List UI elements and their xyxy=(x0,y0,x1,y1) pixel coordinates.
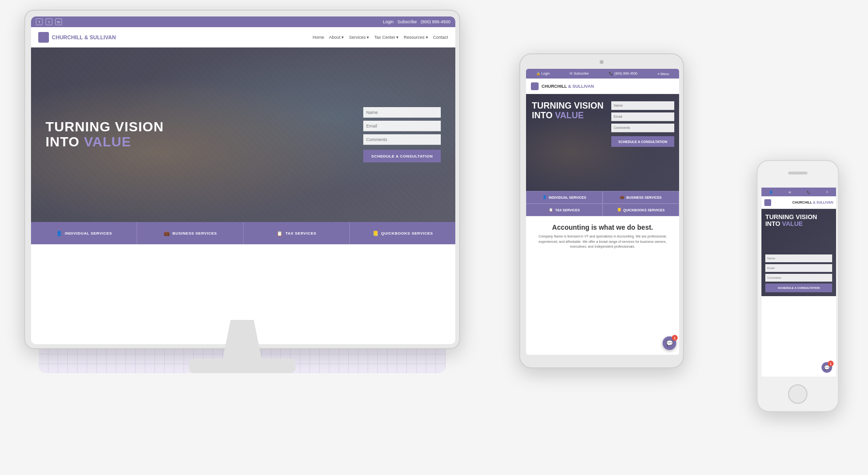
tablet-tax-icon: 📋 xyxy=(549,208,553,212)
tablet-tax-services[interactable]: 📋 TAX SERVICES xyxy=(526,204,603,216)
site-logo[interactable]: CHURCHILL & SULLIVAN xyxy=(38,32,116,43)
phone-form-email[interactable] xyxy=(765,264,832,272)
nav-home[interactable]: Home xyxy=(312,35,324,40)
tablet-login[interactable]: 🔒 Login xyxy=(536,72,550,76)
form-comments-input[interactable] xyxy=(363,134,441,145)
quickbooks-services-item[interactable]: 📒 QUICKBOOKS SERVICES xyxy=(350,222,455,244)
nav-contact[interactable]: Contact xyxy=(433,35,448,40)
tablet-topbar: 🔒 Login ✉ Subscribe 📞 (800) 896-4500 ≡ M… xyxy=(526,69,679,79)
individual-icon: 👤 xyxy=(56,230,62,237)
tablet-business-label: BUSINESS SERVICES xyxy=(626,196,662,199)
business-icon: 💼 xyxy=(163,230,170,237)
phone-topbar-menu[interactable]: ≡ xyxy=(826,190,828,193)
tablet-form-comments[interactable] xyxy=(611,124,674,132)
nav-about[interactable]: About ▾ xyxy=(329,35,344,40)
phone-chat-badge: 1 xyxy=(828,361,834,366)
tablet-frame: 🔒 Login ✉ Subscribe 📞 (800) 896-4500 ≡ M… xyxy=(519,53,684,368)
tax-services-item[interactable]: 📋 TAX SERVICES xyxy=(244,222,350,244)
form-name-input[interactable] xyxy=(363,107,441,118)
phone-home-button[interactable] xyxy=(788,384,807,404)
nav-taxcenter[interactable]: Tax Center ▾ xyxy=(374,35,399,40)
brand-part1: CHURCHILL xyxy=(52,34,83,40)
tablet-quickbooks-services[interactable]: 📒 QUICKBOOKS SERVICES xyxy=(603,204,679,216)
topbar-login[interactable]: Login xyxy=(383,19,393,24)
phone-chat-bubble[interactable]: 💬 1 xyxy=(822,362,832,373)
phone-hero-line1: TURNING VISION xyxy=(765,214,832,221)
phone-form-name[interactable] xyxy=(765,254,832,262)
facebook-icon[interactable]: f xyxy=(36,18,43,25)
tablet-chat-bubble[interactable]: 💬 1 xyxy=(663,336,676,350)
scene: f t in Login Subscribe (800) 896-4500 xyxy=(0,0,868,475)
desktop-services-bar: 👤 INDIVIDUAL SERVICES 💼 BUSINESS SERVICE… xyxy=(31,222,455,244)
hero-line2: INTO VALUE xyxy=(46,135,164,150)
brand-ampersand: & xyxy=(83,34,90,40)
tablet-individual-label: INDIVIDUAL SERVICES xyxy=(549,196,586,199)
desktop-topbar: f t in Login Subscribe (800) 896-4500 xyxy=(31,16,455,27)
tablet-individual-icon: 👤 xyxy=(542,195,547,199)
hero-into: INTO xyxy=(46,134,84,149)
topbar-subscribe[interactable]: Subscribe xyxy=(397,19,417,24)
tablet-business-icon: 💼 xyxy=(620,195,624,199)
topbar-social: f t in xyxy=(36,18,62,25)
monitor-frame: f t in Login Subscribe (800) 896-4500 xyxy=(24,10,460,349)
individual-services-item[interactable]: 👤 INDIVIDUAL SERVICES xyxy=(31,222,137,244)
linkedin-icon[interactable]: in xyxy=(55,18,62,25)
tablet-business-services[interactable]: 💼 BUSINESS SERVICES xyxy=(603,191,679,204)
nav-links: Home About ▾ Services ▾ Tax Center ▾ Res… xyxy=(312,35,448,40)
tablet-navbar: CHURCHILL & SULLIVAN xyxy=(526,79,679,94)
chat-badge: 1 xyxy=(672,335,678,341)
phone-hero-form: SCHEDULE A CONSULTATION xyxy=(765,254,832,292)
phone-screen: 👤 ✉ 📞 ≡ CHURCHILL & SULLIVAN xyxy=(761,188,836,377)
form-email-input[interactable] xyxy=(363,121,441,131)
quickbooks-label: QUICKBOOKS SERVICES xyxy=(381,231,433,236)
desktop-hero-form: SCHEDULE A CONSULTATION xyxy=(363,107,441,162)
quickbooks-icon: 📒 xyxy=(372,230,379,237)
phone-schedule-button[interactable]: SCHEDULE A CONSULTATION xyxy=(765,284,832,292)
phone-hero: TURNING VISION INTO VALUE SCHEDULE A CON… xyxy=(761,209,836,296)
topbar-actions: Login Subscribe (800) 896-4500 xyxy=(383,19,450,24)
tablet-individual-services[interactable]: 👤 INDIVIDUAL SERVICES xyxy=(526,191,603,204)
phone-form-comments[interactable] xyxy=(765,274,832,282)
monitor-screen: f t in Login Subscribe (800) 896-4500 xyxy=(31,16,455,344)
tablet-menu[interactable]: ≡ Menu xyxy=(658,72,669,76)
tablet-hero-form: SCHEDULE A CONSULTATION xyxy=(611,101,674,147)
individual-label: INDIVIDUAL SERVICES xyxy=(65,231,112,236)
hero-title: TURNING VISION INTO VALUE xyxy=(46,120,164,150)
phone-hero-line2: INTO VALUE xyxy=(765,221,832,227)
phone-hero-title: TURNING VISION INTO VALUE xyxy=(765,214,832,228)
tablet-services-bar: 👤 INDIVIDUAL SERVICES 💼 BUSINESS SERVICE… xyxy=(526,191,679,216)
phone-navbar: CHURCHILL & SULLIVAN xyxy=(761,196,836,209)
nav-services[interactable]: Services ▾ xyxy=(349,35,369,40)
phone-device: 👤 ✉ 📞 ≡ CHURCHILL & SULLIVAN xyxy=(757,160,839,412)
tax-icon: 📋 xyxy=(276,230,283,237)
tablet-schedule-button[interactable]: SCHEDULE A CONSULTATION xyxy=(611,136,674,147)
schedule-consultation-button[interactable]: SCHEDULE A CONSULTATION xyxy=(363,150,441,162)
hero-line1: TURNING VISION xyxy=(46,120,164,135)
tablet-hero: TURNING VISION INTO VALUE SCHEDULE A CON… xyxy=(526,94,679,191)
tablet-tax-label: TAX SERVICES xyxy=(555,208,580,212)
tablet-logo-icon xyxy=(531,82,539,90)
tablet-logo[interactable]: CHURCHILL & SULLIVAN xyxy=(531,82,594,90)
tablet-subscribe[interactable]: ✉ Subscribe xyxy=(570,72,589,76)
tablet-about-text: Company Name is licensed in VT and speci… xyxy=(532,234,673,250)
phone-speaker xyxy=(788,172,807,174)
tablet-form-name[interactable] xyxy=(611,101,674,110)
desktop-monitor: f t in Login Subscribe (800) 896-4500 xyxy=(24,10,460,388)
phone-logo-icon xyxy=(764,199,771,206)
hero-highlight: VALUE xyxy=(84,134,131,149)
tablet-phone[interactable]: 📞 (800) 896-4500 xyxy=(609,72,637,76)
phone-hero-content: TURNING VISION INTO VALUE xyxy=(761,209,836,233)
nav-resources[interactable]: Resources ▾ xyxy=(403,35,428,40)
topbar-phone[interactable]: (800) 896-4500 xyxy=(420,19,450,24)
hero-content: TURNING VISION INTO VALUE xyxy=(31,110,178,159)
brand-part2: SULLIVAN xyxy=(90,34,116,40)
desktop-navbar: CHURCHILL & SULLIVAN Home About ▾ Servic… xyxy=(31,27,455,48)
business-label: BUSINESS SERVICES xyxy=(172,231,217,236)
tablet-device: 🔒 Login ✉ Subscribe 📞 (800) 896-4500 ≡ M… xyxy=(519,53,684,368)
chat-icon: 💬 xyxy=(666,340,673,347)
twitter-icon[interactable]: t xyxy=(46,18,52,25)
tablet-form-email[interactable] xyxy=(611,112,674,121)
business-services-item[interactable]: 💼 BUSINESS SERVICES xyxy=(137,222,243,244)
tax-label: TAX SERVICES xyxy=(285,231,316,236)
monitor-base xyxy=(189,359,295,373)
